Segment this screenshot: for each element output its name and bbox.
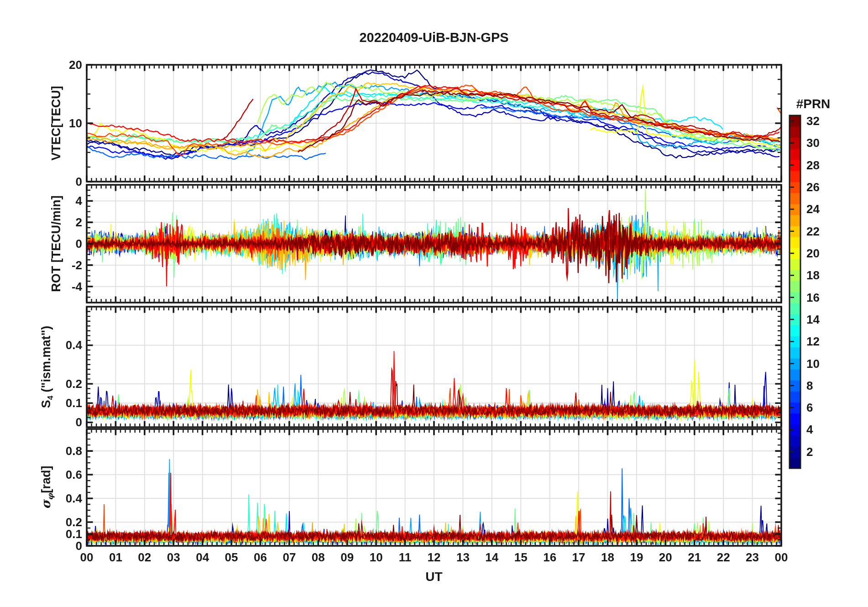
y-tick-label-rot: 4: [42, 194, 82, 208]
y-tick-label-s4: 0.1: [42, 396, 82, 410]
x-tick-label: 07: [273, 550, 305, 564]
y-tick-label-s4: 0.2: [42, 377, 82, 391]
y-tick-label-vtec: 0: [42, 175, 82, 188]
y-tick-label-sigma_phi: 0.4: [42, 492, 82, 505]
y-tick-label-rot: 0: [42, 237, 82, 251]
y-tick-label-rot: -4: [42, 280, 82, 293]
x-axis-label: UT: [411, 570, 457, 584]
colorbar-tick-label: 10: [806, 357, 820, 371]
x-tick-label: 21: [679, 550, 711, 564]
x-tick-label: 17: [563, 550, 595, 564]
colorbar-tick-label: 2: [806, 445, 813, 459]
colorbar-tick-label: 30: [806, 136, 820, 150]
y-tick-label-sigma_phi: 0.8: [42, 444, 82, 458]
colorbar-tick-label: 4: [806, 423, 813, 436]
x-tick-label: 23: [737, 550, 769, 564]
x-tick-label: 13: [447, 550, 479, 564]
x-tick-label: 11: [389, 550, 421, 564]
x-tick-label: 09: [331, 550, 363, 564]
colorbar-tick-label: 18: [806, 268, 820, 282]
x-tick-label: 12: [418, 550, 450, 564]
x-tick-label: 18: [592, 550, 624, 564]
x-tick-label: 14: [476, 550, 508, 564]
x-tick-label: 00: [71, 550, 103, 564]
x-tick-label: 08: [302, 550, 334, 564]
chart-canvas: [0, 0, 868, 607]
x-tick-label: 22: [707, 550, 739, 564]
y-tick-label-vtec: 10: [42, 116, 82, 130]
x-tick-label: 15: [505, 550, 537, 564]
x-tick-label: 00: [765, 550, 797, 564]
x-tick-label: 16: [534, 550, 566, 564]
y-tick-label-sigma_phi: 0.6: [42, 468, 82, 481]
x-tick-label: 10: [360, 550, 392, 564]
colorbar-tick-label: 8: [806, 379, 813, 392]
y-tick-label-rot: -2: [42, 258, 82, 272]
colorbar-tick-label: 26: [806, 180, 820, 194]
colorbar-tick-label: 16: [806, 291, 820, 304]
x-tick-label: 02: [129, 550, 161, 564]
x-tick-label: 05: [215, 550, 247, 564]
y-tick-label-s4: 0: [42, 415, 82, 429]
colorbar-tick-label: 24: [806, 202, 820, 216]
colorbar-tick-label: 12: [806, 335, 820, 348]
y-tick-label-rot: 2: [42, 215, 82, 229]
colorbar-tick-label: 14: [806, 313, 820, 326]
gps-scintillation-figure: 20220409-UiB-BJN-GPS VTEC[TECU] ROT [TEC…: [0, 0, 868, 607]
y-tick-label-sigma_phi: 0.2: [42, 515, 82, 529]
y-tick-label-sigma_phi: 0.1: [42, 527, 82, 541]
x-tick-label: 06: [245, 550, 277, 564]
chart-title: 20220409-UiB-BJN-GPS: [251, 30, 617, 45]
colorbar-tick-label: 6: [806, 401, 813, 414]
colorbar-title: #PRN: [786, 97, 841, 111]
x-tick-label: 20: [649, 550, 681, 564]
x-tick-label: 04: [187, 550, 219, 564]
colorbar-tick-label: 32: [806, 114, 820, 128]
colorbar-tick-label: 22: [806, 225, 820, 238]
y-tick-label-s4: 0.4: [42, 338, 82, 352]
y-tick-label-vtec: 20: [42, 58, 82, 72]
colorbar-tick-label: 20: [806, 246, 820, 260]
x-tick-label: 03: [157, 550, 189, 564]
x-tick-label: 01: [99, 550, 131, 564]
colorbar-tick-label: 28: [806, 158, 820, 172]
x-tick-label: 19: [621, 550, 653, 564]
